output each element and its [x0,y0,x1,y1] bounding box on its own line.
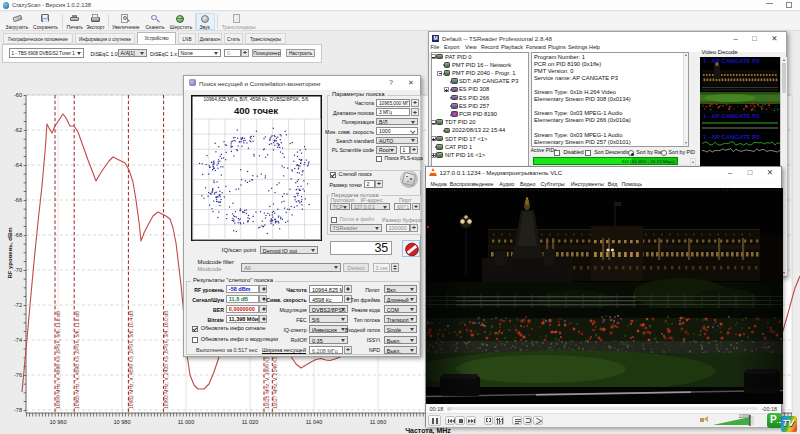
svg-text:11 000: 11 000 [178,419,195,425]
svg-text:11 020: 11 020 [242,419,259,425]
svg-text:11 060: 11 060 [370,419,387,425]
svg-text:Частота, MHz: Частота, MHz [405,427,451,434]
svg-text:-74: -74 [14,337,22,343]
svg-text:-76: -76 [14,372,22,378]
svg-text:11 040: 11 040 [306,419,323,425]
svg-text:10 980: 10 980 [113,419,130,425]
svg-text:-62: -62 [14,127,22,133]
svg-text:-72: -72 [14,302,22,308]
svg-text:RF уровень, dBm: RF уровень, dBm [7,227,13,278]
svg-text:-60: -60 [14,92,22,98]
svg-text:-66: -66 [14,197,22,203]
svg-text:10965 MHz, V, 4598 KS ,8PSK, 5: 10965 MHz, V, 4598 KS ,8PSK, 5/6, 11.8 d… [74,310,80,409]
svg-text:10982 MHz, V, 4599 KS ,8PSK, 5: 10982 MHz, V, 4599 KS ,8PSK, 5/6, 10.4 d… [128,310,134,409]
svg-text:-70: -70 [14,267,22,273]
svg-text:10993 MHz, V, 2435 KS ,8PSK, 3: 10993 MHz, V, 2435 KS ,8PSK, 3/4, 16.0 d… [163,310,169,409]
svg-text:-68: -68 [14,232,22,238]
svg-text:10959 MHz, V, 4598 KS ,8PSK, 5: 10959 MHz, V, 4598 KS ,8PSK, 5/6, 11.8 d… [55,310,61,409]
svg-text:10 960: 10 960 [49,419,66,425]
svg-text:-64: -64 [14,162,22,168]
svg-text:-78: -78 [14,407,22,413]
